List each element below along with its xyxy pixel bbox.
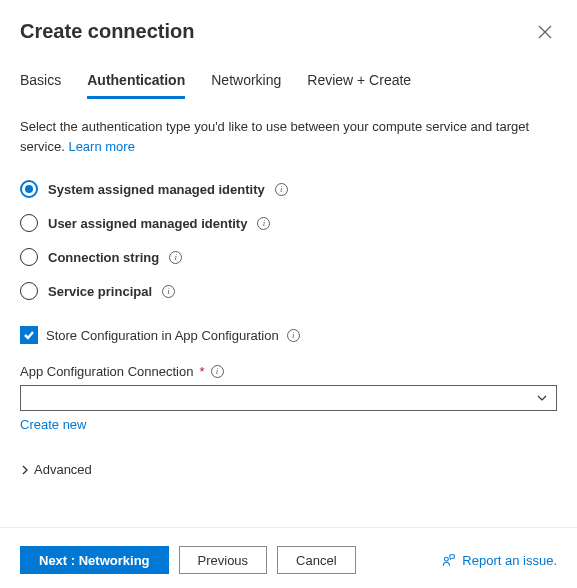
radio-user-identity[interactable] (20, 214, 38, 232)
advanced-label: Advanced (34, 462, 92, 477)
report-issue-link[interactable]: Report an issue. (442, 553, 557, 568)
description-text: Select the authentication type you'd lik… (20, 117, 557, 156)
svg-point-0 (445, 557, 449, 561)
radio-label-connection-string: Connection string (48, 250, 159, 265)
close-icon (538, 25, 552, 39)
info-icon[interactable]: i (169, 251, 182, 264)
radio-system-identity[interactable] (20, 180, 38, 198)
tab-networking[interactable]: Networking (211, 72, 281, 98)
cancel-button[interactable]: Cancel (277, 546, 355, 574)
checkmark-icon (23, 329, 35, 341)
radio-service-principal[interactable] (20, 282, 38, 300)
radio-label-system-identity: System assigned managed identity (48, 182, 265, 197)
info-icon[interactable]: i (257, 217, 270, 230)
create-new-link[interactable]: Create new (20, 417, 86, 432)
info-icon[interactable]: i (162, 285, 175, 298)
page-title: Create connection (20, 20, 194, 43)
tab-bar: Basics Authentication Networking Review … (20, 72, 557, 99)
app-config-label: App Configuration Connection (20, 364, 193, 379)
footer-separator (0, 527, 577, 528)
previous-button[interactable]: Previous (179, 546, 268, 574)
learn-more-link[interactable]: Learn more (68, 139, 134, 154)
next-button[interactable]: Next : Networking (20, 546, 169, 574)
chevron-right-icon (20, 465, 30, 475)
chevron-down-icon (536, 392, 548, 404)
radio-label-service-principal: Service principal (48, 284, 152, 299)
radio-label-user-identity: User assigned managed identity (48, 216, 247, 231)
checkbox-label-store-config: Store Configuration in App Configuration (46, 328, 279, 343)
info-icon[interactable]: i (287, 329, 300, 342)
report-issue-label: Report an issue. (462, 553, 557, 568)
tab-review-create[interactable]: Review + Create (307, 72, 411, 98)
tab-basics[interactable]: Basics (20, 72, 61, 98)
info-icon[interactable]: i (275, 183, 288, 196)
close-button[interactable] (533, 20, 557, 44)
app-config-select[interactable] (20, 385, 557, 411)
tab-authentication[interactable]: Authentication (87, 72, 185, 99)
footer-bar: Next : Networking Previous Cancel Report… (0, 532, 577, 588)
person-feedback-icon (442, 553, 456, 567)
info-icon[interactable]: i (211, 365, 224, 378)
required-indicator: * (199, 364, 204, 379)
checkbox-store-config[interactable] (20, 326, 38, 344)
advanced-toggle[interactable]: Advanced (20, 462, 557, 477)
radio-connection-string[interactable] (20, 248, 38, 266)
auth-type-radio-group: System assigned managed identity i User … (20, 180, 557, 300)
